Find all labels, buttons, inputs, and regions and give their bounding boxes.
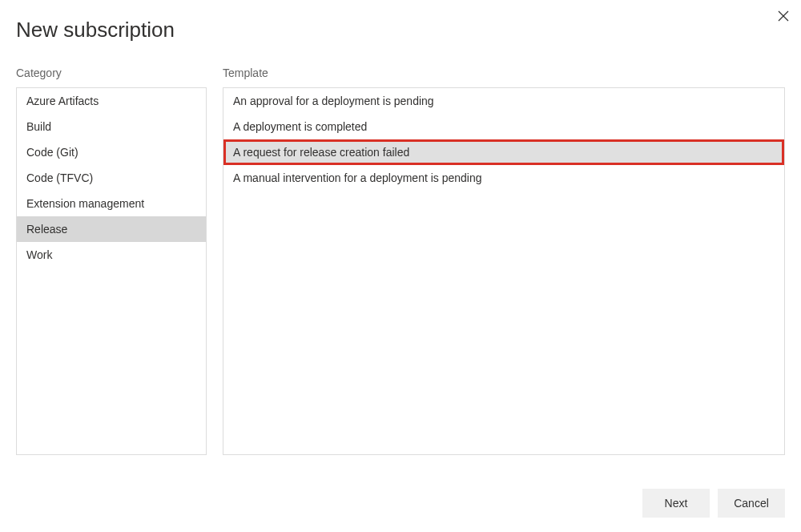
dialog-title: New subscription (16, 18, 785, 42)
category-item-code-git[interactable]: Code (Git) (17, 139, 206, 165)
category-item-azure-artifacts[interactable]: Azure Artifacts (17, 88, 206, 114)
template-item-approval-pending[interactable]: An approval for a deployment is pending (223, 88, 784, 114)
category-item-work[interactable]: Work (17, 242, 206, 268)
panels-row: Azure Artifacts Build Code (Git) Code (T… (16, 87, 785, 455)
category-item-build[interactable]: Build (17, 114, 206, 139)
category-item-extension-management[interactable]: Extension management (17, 191, 206, 216)
new-subscription-dialog: New subscription Category Template Azure… (0, 0, 801, 532)
category-list: Azure Artifacts Build Code (Git) Code (T… (16, 87, 207, 455)
category-item-release[interactable]: Release (17, 216, 206, 242)
category-label: Category (16, 66, 207, 79)
template-item-manual-intervention-pending[interactable]: A manual intervention for a deployment i… (223, 165, 784, 191)
category-item-code-tfvc[interactable]: Code (TFVC) (17, 165, 206, 191)
next-button[interactable]: Next (642, 489, 710, 518)
close-icon (778, 10, 789, 22)
template-label: Template (223, 66, 785, 79)
cancel-button[interactable]: Cancel (718, 489, 785, 518)
template-item-release-creation-failed[interactable]: A request for release creation failed (223, 139, 784, 165)
section-labels: Category Template (16, 66, 785, 79)
dialog-footer: Next Cancel (642, 489, 785, 518)
template-list: An approval for a deployment is pending … (223, 87, 785, 455)
close-button[interactable] (774, 6, 793, 26)
template-item-deployment-completed[interactable]: A deployment is completed (223, 114, 784, 139)
